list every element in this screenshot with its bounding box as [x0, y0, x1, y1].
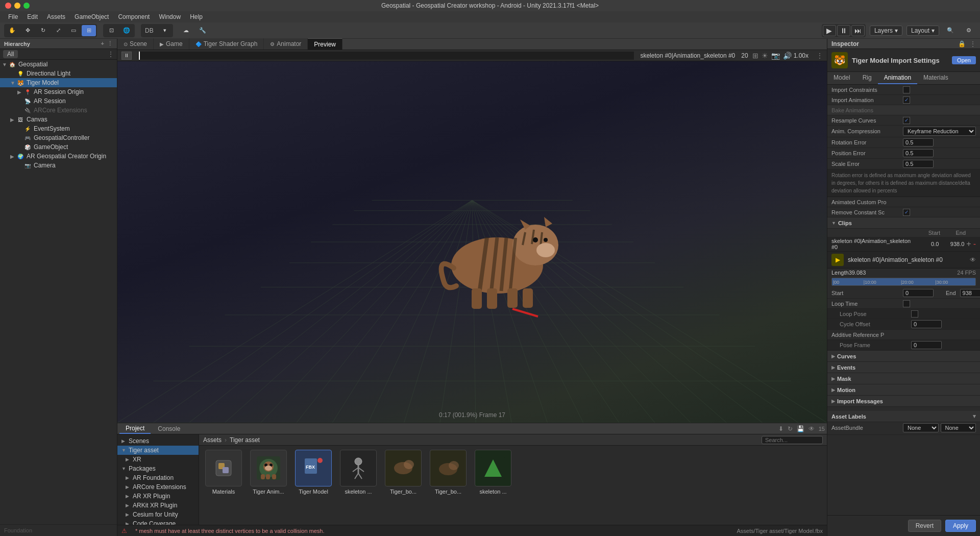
settings-icon[interactable]: ⚙	[962, 25, 976, 36]
tree-item-arcore-extensions[interactable]: ▶ ARCore Extensions	[117, 482, 199, 492]
scale-tool[interactable]: ⤢	[51, 25, 65, 36]
save-icon[interactable]: 💾	[797, 425, 804, 432]
tab-preview[interactable]: Preview	[308, 38, 342, 50]
clip-row[interactable]: skeleton #0|Animation_skeleton #0 0.0 93…	[827, 237, 980, 252]
menu-window[interactable]: Window	[155, 12, 185, 21]
hierarchy-item[interactable]: 🎮 GeospatialController	[0, 133, 117, 142]
tab-tiger-shader[interactable]: 🔷 Tiger Shader Graph	[189, 38, 264, 50]
hierarchy-item[interactable]: ▶ 🌍 AR Geospatial Creator Origin	[0, 152, 117, 161]
inspector-tab-rig[interactable]: Rig	[856, 72, 878, 84]
start-input[interactable]	[903, 289, 934, 297]
tab-console[interactable]: Console	[152, 424, 186, 433]
step-button[interactable]: ⏭	[851, 25, 865, 36]
hierarchy-item[interactable]: ▼ 🐯 Tiger Model	[0, 78, 117, 87]
import-messages-section[interactable]: ▶ Import Messages	[827, 396, 980, 407]
hierarchy-item[interactable]: 🔌 ARCore Extensions	[0, 106, 117, 115]
grid-icon[interactable]: ⊞	[752, 52, 758, 60]
camera-toggle-icon[interactable]: 📷	[771, 52, 780, 60]
asset-item-tiger-anim[interactable]: Tiger Anim...	[248, 450, 289, 495]
hierarchy-item[interactable]: ▶ 📍 AR Session Origin	[0, 87, 117, 96]
assetbundle-variant-select[interactable]: None	[941, 423, 976, 432]
tree-item-ar-foundation[interactable]: ▶ AR Foundation	[117, 473, 199, 482]
asset-item-skeleton-anim[interactable]: skeleton ...	[473, 450, 513, 495]
clip-remove-button[interactable]: -	[973, 239, 976, 249]
menu-help[interactable]: Help	[186, 12, 207, 21]
remove-constant-checkbox[interactable]: ✓	[903, 209, 910, 216]
tree-item-scenes[interactable]: ▶ Scenes	[117, 436, 199, 446]
revert-button[interactable]: Revert	[908, 520, 941, 532]
transform-tool[interactable]: ⊞	[82, 25, 96, 36]
motion-section[interactable]: ▶ Motion	[827, 384, 980, 396]
apply-button[interactable]: Apply	[945, 520, 976, 532]
inspector-more-icon[interactable]: ⋮	[970, 40, 976, 47]
menu-file[interactable]: File	[4, 12, 22, 21]
rotate-tool[interactable]: ↻	[36, 25, 50, 36]
hierarchy-item[interactable]: ▼ 🏠 Geospatial	[0, 60, 117, 69]
animation-timeline[interactable]	[138, 52, 634, 60]
hierarchy-item[interactable]: 📡 AR Session	[0, 96, 117, 106]
tab-game[interactable]: ▶ Game	[154, 38, 189, 50]
hierarchy-item[interactable]: ⚡ EventSystem	[0, 124, 117, 133]
inspector-lock-icon[interactable]: 🔒	[958, 40, 966, 47]
hierarchy-add-icon[interactable]: +	[101, 40, 104, 47]
hand-tool[interactable]: ✋	[5, 25, 19, 36]
minimize-button[interactable]	[14, 3, 20, 9]
breadcrumb-tiger-asset[interactable]: Tiger asset	[230, 436, 260, 444]
hierarchy-more-icon[interactable]: ⋮	[107, 40, 113, 47]
loop-pose-checkbox[interactable]	[911, 310, 918, 318]
play-button[interactable]: ▶	[823, 25, 836, 36]
asset-labels-section[interactable]: Asset Labels ▾	[827, 411, 980, 422]
events-section[interactable]: ▶ Events	[827, 362, 980, 373]
import-animation-checkbox[interactable]: ✓	[903, 96, 910, 104]
pose-frame-input[interactable]	[911, 341, 942, 349]
asset-item-skeleton1[interactable]: skeleton ...	[338, 450, 379, 495]
assetbundle-select[interactable]: None	[903, 423, 939, 432]
inspector-tab-model[interactable]: Model	[827, 72, 856, 84]
inspector-tab-materials[interactable]: Materials	[917, 72, 954, 84]
light-toggle-icon[interactable]: ☀	[762, 52, 768, 60]
asset-item-tiger-model[interactable]: FBX Tiger Model	[293, 450, 334, 495]
audio-icon[interactable]: 🔊	[783, 52, 792, 60]
global-tool[interactable]: 🌐	[119, 25, 134, 36]
hierarchy-item[interactable]: 🎲 GameObject	[0, 142, 117, 152]
mask-section[interactable]: ▶ Mask	[827, 373, 980, 384]
anim-pause-button[interactable]: ⏸	[121, 52, 132, 60]
menu-assets[interactable]: Assets	[43, 12, 69, 21]
asset-item-materials[interactable]: Materials	[203, 450, 244, 495]
search-icon[interactable]: 🔍	[943, 25, 958, 36]
close-button[interactable]	[5, 3, 11, 9]
maximize-button[interactable]	[23, 3, 30, 9]
hierarchy-item[interactable]: 📷 Camera	[0, 161, 117, 170]
db-expand[interactable]: ▾	[158, 25, 172, 36]
position-error-input[interactable]	[903, 149, 934, 157]
import-constraints-checkbox[interactable]	[903, 86, 910, 93]
end-input[interactable]	[960, 289, 980, 297]
center-tool[interactable]: ⊡	[104, 25, 118, 36]
resample-curves-checkbox[interactable]: ✓	[903, 117, 910, 124]
hierarchy-extra-icon[interactable]: ⋮	[108, 51, 114, 58]
loop-time-checkbox[interactable]	[903, 300, 910, 307]
tree-item-xr[interactable]: ▶ XR	[117, 455, 199, 464]
tree-item-cesium[interactable]: ▶ Cesium for Unity	[117, 510, 199, 519]
menu-component[interactable]: Component	[114, 12, 154, 21]
asset-search-input[interactable]	[762, 436, 823, 444]
asset-item-tiger-bone2[interactable]: Tiger_bo...	[428, 450, 469, 495]
tree-item-packages[interactable]: ▼ Packages	[117, 464, 199, 473]
menu-gameobject[interactable]: GameObject	[70, 12, 113, 21]
rotation-error-input[interactable]	[903, 138, 934, 147]
tree-item-ar-xr-plugin[interactable]: ▶ AR XR Plugin	[117, 492, 199, 501]
inspector-tab-animation[interactable]: Animation	[878, 72, 917, 84]
all-label[interactable]: All	[3, 50, 18, 58]
menu-edit[interactable]: Edit	[23, 12, 42, 21]
tab-scene[interactable]: ⊙ Scene	[117, 38, 154, 50]
breadcrumb-assets[interactable]: Assets	[203, 436, 222, 444]
open-button[interactable]: Open	[952, 56, 976, 64]
clip-eye-icon[interactable]: 👁	[970, 256, 976, 263]
collab-icon[interactable]: 🔧	[195, 25, 210, 36]
tab-project[interactable]: Project	[119, 424, 151, 434]
hierarchy-item[interactable]: ▶ 🖼 Canvas	[0, 115, 117, 124]
cycle-offset-input[interactable]	[911, 320, 942, 328]
tree-item-arkit[interactable]: ▶ ARKit XR Plugin	[117, 501, 199, 510]
clips-section[interactable]: ▼ Clips	[827, 217, 980, 229]
move-tool[interactable]: ✥	[20, 25, 35, 36]
